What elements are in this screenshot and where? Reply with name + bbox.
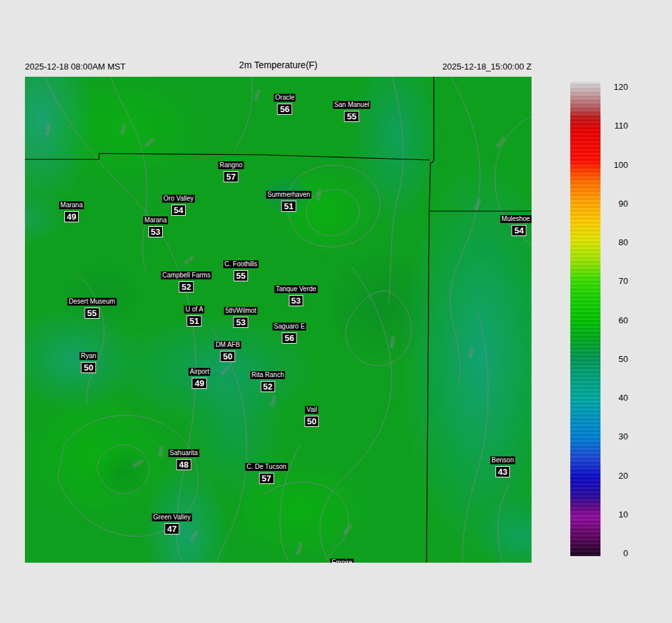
station-label: DM AFB50 (214, 338, 241, 362)
station-label: Saguaro E56 (272, 319, 306, 344)
station-label: San Manuel55 (333, 98, 370, 122)
station-name: Rangno (218, 161, 243, 169)
station-label: Sahuarita48 (169, 446, 200, 470)
contour-elevation-label: 5000 (131, 458, 144, 470)
station-label: C. Foothills55 (223, 257, 259, 281)
contour-elevation-label: 4000 (388, 336, 396, 348)
station-temperature: 50 (220, 351, 235, 362)
station-label: Empire (330, 555, 354, 563)
station-temperature: 56 (278, 104, 292, 115)
station-temperature: 54 (171, 205, 186, 216)
station-temperature: 57 (224, 171, 238, 182)
colorbar-tick-label: 60 (604, 315, 628, 326)
colorbar-tick-label: 30 (604, 432, 628, 442)
colorbar-tick-label: 10 (604, 510, 628, 520)
station-name: Marana (59, 201, 84, 209)
station-temperature: 53 (289, 295, 303, 306)
station-label: Vail50 (304, 403, 319, 427)
map-area: Oracle56San Manuel55Rangno57Oro Valley54… (25, 77, 532, 563)
station-temperature: 51 (282, 201, 296, 212)
station-temperature: 49 (192, 378, 207, 389)
station-temperature: 55 (345, 111, 359, 122)
contour-elevation-label: 3000 (119, 123, 127, 136)
station-name: Oro Valley (162, 195, 195, 203)
station-name: Airport (188, 368, 210, 376)
station-label: Green Valley47 (152, 510, 192, 534)
station-name: Empire (330, 559, 354, 563)
station-label: Marana49 (59, 198, 84, 222)
colorbar-tick-label: 110 (604, 121, 628, 131)
station-temperature: 50 (81, 362, 96, 373)
station-name: Vail (305, 406, 318, 414)
station-name: Ryan (79, 352, 97, 360)
station-name: 5th/Wilmot (224, 307, 257, 315)
station-temperature: 51 (187, 315, 201, 327)
station-name: Muleshoe R (500, 215, 532, 223)
station-name: Sahuarita (169, 449, 200, 457)
station-label: Desert Museum55 (68, 294, 117, 319)
station-label: Rita Ranch52 (250, 368, 285, 392)
colorbar-tick-label: 100 (604, 160, 628, 171)
station-name: C. De Tucson (245, 463, 288, 471)
contour-elevation-label: 3000 (268, 395, 277, 408)
station-name: C. Foothills (223, 260, 259, 268)
colorbar-tick-label: 0 (604, 548, 628, 559)
station-label: Benson43 (490, 453, 515, 477)
contour-elevation-label: 4000 (253, 89, 262, 102)
station-name: Green Valley (152, 513, 192, 521)
station-temperature: 54 (512, 225, 526, 236)
station-label: Tanque Verde53 (274, 282, 318, 306)
station-label: Ryan50 (79, 349, 97, 373)
contour-elevation-label: 4000 (219, 365, 232, 377)
contour-elevation-label: 6000 (44, 123, 52, 135)
station-temperature: 57 (259, 473, 274, 484)
station-label: Campbell Farms52 (161, 268, 211, 292)
station-name: U of A (184, 306, 204, 313)
station-label: 5th/Wilmot53 (224, 304, 257, 328)
station-temperature: 55 (85, 308, 99, 319)
station-label: Summerhaven51 (266, 188, 311, 212)
station-name: Desert Museum (68, 298, 117, 306)
contour-elevation-label: 4000 (144, 136, 156, 149)
station-label: Airport49 (188, 365, 210, 389)
station-name: Benson (490, 456, 515, 464)
station-temperature: 49 (64, 211, 79, 222)
contour-elevation-label: 3000 (158, 446, 165, 458)
station-label: Oracle56 (274, 90, 295, 115)
station-name: Rita Ranch (250, 371, 285, 379)
colorbar-tick-label: 40 (604, 393, 628, 403)
temperature-colorbar (570, 82, 600, 556)
colorbar-tick-label: 70 (604, 276, 628, 287)
colorbar-tick-label: 80 (604, 237, 628, 248)
colorbar-tick-label: 50 (604, 354, 628, 365)
colorbar-tick-label: 90 (604, 199, 628, 209)
station-label: Oro Valley54 (162, 191, 195, 216)
contour-elevation-label: 3000 (182, 254, 196, 266)
station-name: Summerhaven (266, 191, 311, 199)
contour-elevation-label: 6000 (315, 188, 323, 201)
colorbar-tick-label: 20 (604, 471, 628, 481)
station-label: C. De Tucson57 (245, 460, 288, 484)
contour-elevation-label: 5000 (473, 198, 483, 211)
contour-elevation-label: 6000 (342, 523, 354, 536)
station-temperature: 52 (179, 281, 194, 292)
station-name: Campbell Farms (161, 271, 211, 279)
contour-elevation-label: 4000 (467, 346, 475, 358)
station-label: U of A51 (184, 302, 204, 327)
station-name: Oracle (274, 94, 295, 102)
station-temperature: 52 (261, 381, 275, 392)
contour-elevation-label: 6000 (495, 136, 507, 149)
station-name: Tanque Verde (274, 285, 318, 293)
station-temperature: 53 (148, 226, 163, 237)
station-label: Muleshoe R54 (500, 212, 532, 236)
station-temperature: 55 (234, 270, 248, 281)
station-label: Rangno57 (218, 158, 243, 182)
contour-elevation-label: 5000 (295, 542, 303, 555)
station-temperature: 53 (234, 317, 248, 328)
station-name: San Manuel (333, 101, 370, 109)
colorbar-tick-label: 120 (604, 82, 628, 92)
station-name: DM AFB (214, 341, 241, 349)
station-temperature: 50 (304, 416, 319, 427)
station-temperature: 47 (165, 523, 179, 534)
station-temperature: 43 (495, 466, 510, 477)
